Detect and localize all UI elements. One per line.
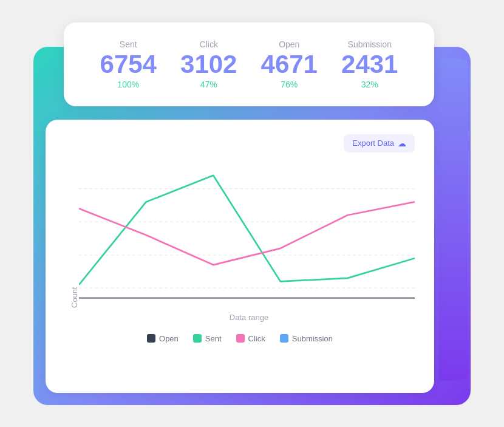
legend-dot-open: [147, 334, 155, 343]
stat-percent: 32%: [361, 80, 378, 89]
click-line: [79, 202, 415, 265]
stat-percent: 100%: [117, 80, 139, 89]
stats-card: Sent 6754 100% Click 3102 47% Open 4671 …: [64, 22, 434, 106]
dashboard-wrapper: Sent 6754 100% Click 3102 47% Open 4671 …: [33, 22, 471, 405]
stat-label: Click: [200, 39, 218, 49]
legend-label-open: Open: [159, 334, 179, 343]
sent-line: [79, 175, 415, 284]
cloud-upload-icon: ☁: [398, 138, 406, 148]
legend-dot-click: [236, 334, 245, 343]
stat-item-sent: Sent 6754 100%: [100, 39, 157, 89]
legend-item-click: Click: [236, 334, 265, 343]
stat-item-submission: Submission 2431 32%: [341, 39, 398, 89]
chart-header: Export Data ☁: [65, 134, 415, 152]
right-accent-bar: [439, 59, 471, 381]
legend-label-click: Click: [248, 334, 265, 343]
legend-label-sent: Sent: [205, 334, 222, 343]
stat-percent: 47%: [200, 80, 217, 89]
x-axis-label: Data range: [83, 313, 415, 322]
stat-item-open: Open 4671 76%: [261, 39, 318, 89]
stat-label: Submission: [348, 39, 392, 49]
stat-value: 4671: [261, 52, 318, 77]
legend-item-submission: Submission: [280, 334, 333, 343]
chart-card: Export Data ☁ Count: [46, 120, 434, 393]
y-axis-label: Count: [65, 162, 79, 308]
export-button[interactable]: Export Data ☁: [344, 134, 415, 152]
chart-svg: [79, 162, 415, 308]
stat-percent: 76%: [281, 80, 298, 89]
legend-item-sent: Sent: [193, 334, 222, 343]
stat-label: Open: [279, 39, 299, 49]
legend-label-submission: Submission: [292, 334, 333, 343]
legend-dot-submission: [280, 334, 288, 343]
stat-label: Sent: [120, 39, 137, 49]
stat-value: 3102: [180, 52, 237, 77]
chart-svg-container: [79, 162, 415, 308]
chart-legend: Open Sent Click Submission: [65, 334, 415, 343]
stat-value: 6754: [100, 52, 157, 77]
legend-dot-sent: [193, 334, 202, 343]
legend-item-open: Open: [147, 334, 179, 343]
stat-item-click: Click 3102 47%: [180, 39, 237, 89]
stat-value: 2431: [341, 52, 398, 77]
chart-area: Count: [65, 162, 415, 308]
export-label: Export Data: [352, 138, 394, 148]
